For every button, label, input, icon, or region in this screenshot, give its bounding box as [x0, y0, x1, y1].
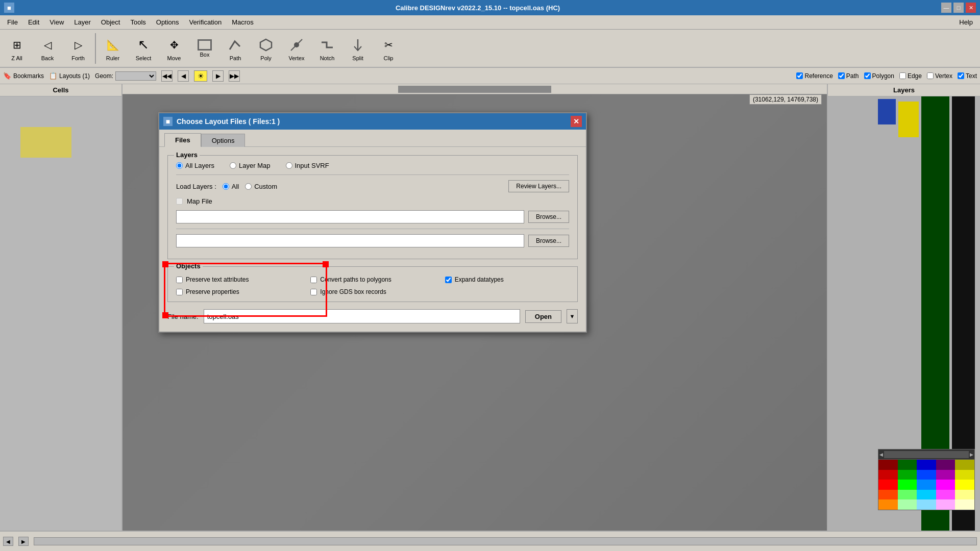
maximize-button[interactable]: □ [953, 3, 964, 13]
palette-cell[interactable] [955, 480, 974, 490]
palette-cell[interactable] [878, 470, 898, 480]
status-scroll[interactable] [34, 537, 977, 545]
tool-clip[interactable]: ✂ Clip [374, 31, 403, 66]
palette-cell[interactable] [917, 499, 936, 510]
layouts-label[interactable]: Layouts (1) [59, 72, 90, 80]
tool-ruler[interactable]: 📐 Ruler [98, 31, 128, 66]
check-preserve-props[interactable]: Preserve properties [176, 288, 300, 295]
nav-first[interactable]: ◀◀ [161, 70, 173, 82]
tool-notch[interactable]: Notch [312, 31, 342, 66]
nav-prev[interactable]: ◀ [178, 70, 189, 82]
menu-edit[interactable]: Edit [23, 17, 44, 27]
palette-cell[interactable] [936, 490, 955, 500]
dialog-choose-layout: ■ Choose Layout Files ( Files:1 ) ✕ File… [158, 112, 587, 333]
radio-all-layers[interactable]: All Layers [176, 162, 214, 169]
check-edge[interactable]: Edge [899, 72, 922, 80]
tool-poly[interactable]: Poly [251, 31, 281, 66]
dropdown-arrow-button[interactable]: ▼ [567, 309, 578, 323]
brightness-btn[interactable]: ☀ [194, 70, 207, 82]
palette-cell[interactable] [955, 470, 974, 480]
file-input-1[interactable] [176, 210, 524, 223]
radio-input-svrf[interactable]: Input SVRF [286, 162, 329, 169]
palette-cell[interactable] [898, 480, 917, 490]
tool-split[interactable]: Split [343, 31, 373, 66]
tool-zall[interactable]: ⊞ Z All [2, 31, 32, 66]
check-polygon[interactable]: Polygon [864, 72, 894, 80]
cells-content[interactable] [0, 96, 121, 531]
palette-left-arrow[interactable]: ◀ [879, 452, 883, 457]
palette-cell[interactable] [936, 480, 955, 490]
menu-options[interactable]: Options [151, 17, 184, 27]
tool-move[interactable]: ✥ Move [159, 31, 189, 66]
tool-box[interactable]: Box [190, 31, 219, 66]
menu-object[interactable]: Object [96, 17, 126, 27]
radio-layer-map[interactable]: Layer Map [230, 162, 270, 169]
menu-file[interactable]: File [2, 17, 23, 27]
nav-next[interactable]: ▶ [212, 70, 224, 82]
tool-vertex[interactable]: Vertex [282, 31, 311, 66]
tool-path[interactable]: Path [220, 31, 250, 66]
geom-dropdown[interactable] [115, 71, 156, 81]
check-convert-paths[interactable]: Convert paths to polygons [310, 276, 434, 283]
open-button[interactable]: Open [525, 310, 561, 323]
window-controls[interactable]: — □ ✕ [941, 3, 976, 13]
check-reference[interactable]: Reference [796, 72, 832, 80]
status-prev-btn[interactable]: ◀ [3, 537, 13, 546]
palette-cell[interactable] [936, 499, 955, 510]
mapfile-checkbox[interactable] [176, 198, 183, 205]
radio-all-load[interactable]: All [223, 183, 239, 190]
palette-right-arrow[interactable]: ▶ [970, 452, 973, 457]
palette-cell[interactable] [917, 470, 936, 480]
palette-cell[interactable] [878, 499, 898, 510]
check-preserve-text[interactable]: Preserve text attributes [176, 276, 300, 283]
palette-cell[interactable] [936, 460, 955, 470]
palette-cell[interactable] [917, 460, 936, 470]
check-vertex[interactable]: Vertex [927, 72, 952, 80]
palette-cell[interactable] [898, 490, 917, 500]
browse-button-1[interactable]: Browse... [528, 211, 569, 223]
browse-button-2[interactable]: Browse... [528, 235, 569, 247]
tab-options[interactable]: Options [201, 134, 246, 147]
status-next-btn[interactable]: ▶ [18, 537, 29, 546]
svg-marker-0 [260, 39, 272, 51]
palette-scrollbar[interactable] [884, 451, 969, 458]
menu-macros[interactable]: Macros [227, 17, 259, 27]
filename-input[interactable] [204, 309, 520, 323]
palette-cell[interactable] [936, 470, 955, 480]
palette-cell[interactable] [955, 460, 974, 470]
app-icon: ■ [4, 3, 14, 13]
check-path[interactable]: Path [838, 72, 859, 80]
palette-cell[interactable] [898, 460, 917, 470]
palette-cell[interactable] [878, 490, 898, 500]
palette-cell[interactable] [917, 490, 936, 500]
palette-cell[interactable] [878, 460, 898, 470]
menu-view[interactable]: View [44, 17, 69, 27]
dialog-close-button[interactable]: ✕ [571, 116, 582, 127]
tool-forth[interactable]: ▷ Forth [63, 31, 93, 66]
nav-last[interactable]: ▶▶ [229, 70, 240, 82]
palette-cell[interactable] [955, 499, 974, 510]
palette-cell[interactable] [898, 470, 917, 480]
close-window-button[interactable]: ✕ [966, 3, 976, 13]
radio-custom-load[interactable]: Custom [245, 183, 277, 190]
check-text[interactable]: Text [958, 72, 977, 80]
palette-cell[interactable] [955, 490, 974, 500]
menu-layer[interactable]: Layer [69, 17, 96, 27]
file-input-2[interactable] [176, 234, 524, 247]
minimize-button[interactable]: — [941, 3, 951, 13]
menu-verification[interactable]: Verification [184, 17, 227, 27]
tool-select[interactable]: ↖ Select [129, 31, 158, 66]
palette-cell[interactable] [898, 499, 917, 510]
palette-cell[interactable] [878, 480, 898, 490]
bookmarks-label[interactable]: Bookmarks [13, 72, 44, 80]
review-layers-button[interactable]: Review Layers... [508, 180, 569, 192]
tool-back[interactable]: ◁ Back [33, 31, 62, 66]
menu-tools[interactable]: Tools [125, 17, 151, 27]
toolbar-separator-1 [95, 33, 96, 64]
tab-files[interactable]: Files [164, 133, 201, 147]
menu-help[interactable]: Help [954, 17, 978, 27]
check-expand-datatypes[interactable]: Expand datatypes [445, 276, 569, 283]
objects-checkboxes: Preserve text attributes Convert paths t… [176, 276, 569, 295]
palette-cell[interactable] [917, 480, 936, 490]
check-ignore-gds[interactable]: Ignore GDS box records [310, 288, 434, 295]
